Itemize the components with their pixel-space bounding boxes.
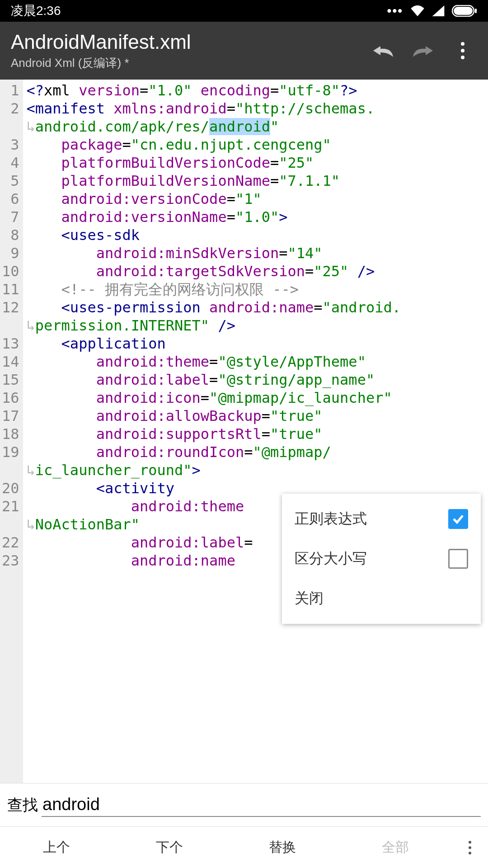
overflow-menu-button[interactable] <box>452 40 474 61</box>
line-number-gutter: 12.3456789101112.13141516171819.2021.222… <box>0 80 23 783</box>
status-time: 凌晨2:36 <box>11 2 387 19</box>
search-input[interactable] <box>42 793 481 817</box>
wifi-icon <box>410 5 425 16</box>
page-title: AndroidManifest.xml <box>11 31 372 53</box>
svg-point-8 <box>469 852 471 854</box>
search-bar: 查找 <box>0 783 488 826</box>
svg-point-4 <box>461 49 465 52</box>
svg-rect-1 <box>454 7 473 15</box>
replace-all-button[interactable]: 全部 <box>339 838 452 857</box>
app-bar-titles: AndroidManifest.xml Android Xml (反编译) * <box>11 31 372 71</box>
svg-point-5 <box>461 56 465 59</box>
regex-checkbox[interactable] <box>448 509 468 529</box>
svg-point-3 <box>461 42 465 46</box>
svg-point-6 <box>469 841 471 844</box>
search-toolbar: 上个 下个 替换 全部 <box>0 826 488 868</box>
status-bar: 凌晨2:36 ••• <box>0 0 488 22</box>
replace-button[interactable]: 替换 <box>226 838 339 857</box>
case-sensitive-checkbox[interactable] <box>448 549 468 569</box>
close-option-label: 关闭 <box>295 589 468 609</box>
regex-option-label: 正则表达式 <box>295 509 448 529</box>
close-option[interactable]: 关闭 <box>282 579 481 618</box>
code-editor[interactable]: 12.3456789101112.13141516171819.2021.222… <box>0 80 488 783</box>
case-sensitive-option[interactable]: 区分大小写 <box>282 539 481 579</box>
page-subtitle: Android Xml (反编译) * <box>11 55 372 71</box>
signal-icon <box>432 5 445 16</box>
app-bar-actions <box>372 40 477 61</box>
next-button[interactable]: 下个 <box>113 838 226 857</box>
svg-point-7 <box>469 846 471 849</box>
code-content[interactable]: <?xml version="1.0" encoding="utf-8"?><m… <box>23 80 488 783</box>
case-sensitive-option-label: 区分大小写 <box>295 549 448 569</box>
undo-button[interactable] <box>372 40 394 61</box>
prev-button[interactable]: 上个 <box>0 838 113 857</box>
svg-rect-2 <box>475 9 477 13</box>
app-bar: AndroidManifest.xml Android Xml (反编译) * <box>0 22 488 80</box>
search-label: 查找 <box>7 795 38 816</box>
search-options-popup: 正则表达式 区分大小写 关闭 <box>282 494 481 624</box>
redo-button[interactable] <box>412 40 434 61</box>
battery-icon <box>452 5 477 17</box>
status-indicators: ••• <box>387 4 477 18</box>
more-indicator-icon: ••• <box>387 4 403 18</box>
search-overflow-button[interactable] <box>452 840 488 855</box>
regex-option[interactable]: 正则表达式 <box>282 499 481 539</box>
